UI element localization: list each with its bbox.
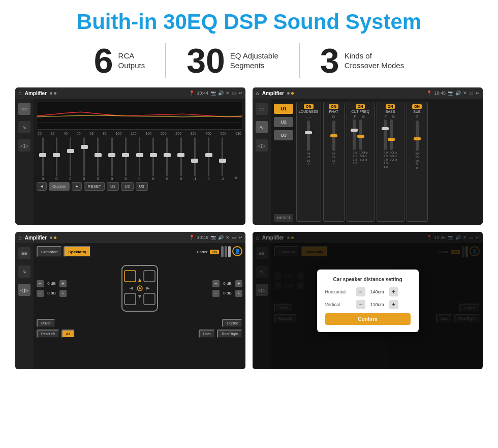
- loudness-module: ON LOUDNESS –– 48 32: [296, 102, 321, 222]
- eq-u2-button[interactable]: U2: [121, 182, 133, 191]
- sidebar-wave-icon-3[interactable]: ∿: [18, 265, 30, 278]
- amp-body: ≡≡ ∿ ◁▷ U1 U2 U3 RESET: [253, 99, 483, 225]
- sidebar-vol-icon[interactable]: ◁▷: [18, 139, 30, 152]
- horizontal-minus[interactable]: −: [356, 287, 365, 296]
- phat-on[interactable]: ON: [329, 104, 338, 109]
- eq-slider-5[interactable]: 0: [92, 137, 104, 181]
- sidebar-eq-icon-3[interactable]: ≡≡: [18, 247, 30, 259]
- copilot-btn[interactable]: Copilot: [222, 319, 242, 327]
- sidebar-wave-icon[interactable]: ∿: [18, 121, 30, 133]
- eq-slider-6[interactable]: 0: [106, 137, 118, 181]
- u2-button[interactable]: U2: [274, 117, 293, 127]
- home-icon-3[interactable]: ⌂: [18, 234, 22, 241]
- eq-slider-13[interactable]: 0: [202, 137, 214, 181]
- stats-row: 6 RCA Outputs 30 EQ Adjustable Segments …: [15, 43, 483, 78]
- confirm-button[interactable]: Confirm: [325, 313, 411, 325]
- specialty-tab[interactable]: Specialty: [64, 246, 90, 257]
- sidebar-eq-icon[interactable]: ≡≡: [18, 103, 30, 115]
- sub-slider[interactable]: [416, 121, 419, 151]
- bass-on[interactable]: ON: [386, 104, 395, 109]
- eq-slider-3[interactable]: 0: [64, 137, 76, 181]
- stat-label-crossover: Kinds of Crossover Modes: [345, 51, 404, 71]
- loudness-slider[interactable]: [307, 121, 310, 151]
- u1-button[interactable]: U1: [274, 104, 293, 114]
- user-btn[interactable]: User: [199, 330, 215, 338]
- db-row-4: − 0 dB +: [212, 290, 242, 297]
- bass-label: BASS: [386, 110, 395, 113]
- loudness-label: LOUDNESS: [299, 110, 319, 113]
- eq-slider-4[interactable]: 5: [78, 137, 90, 181]
- fader-slider-2[interactable]: [225, 246, 227, 257]
- amp-topbar: ⌂ Amplifier 📍 10:45 📷 🔊 ✕ ▭ ↩: [253, 87, 483, 99]
- slider-track-8: [139, 137, 140, 176]
- cutfreq-slider-f[interactable]: [353, 120, 356, 150]
- eq-slider-12[interactable]: -1: [189, 137, 201, 181]
- db-minus-3[interactable]: −: [212, 280, 220, 287]
- vertical-minus[interactable]: −: [356, 300, 365, 309]
- amp-main: U1 U2 U3 RESET ON LOUDNES: [271, 99, 483, 225]
- eq-reset-button[interactable]: RESET: [84, 182, 105, 191]
- bass-slider-f[interactable]: [384, 120, 387, 150]
- db-plus-1[interactable]: +: [59, 280, 67, 287]
- eq-slider-2[interactable]: 0: [50, 137, 63, 181]
- slider-track-6: [111, 137, 113, 176]
- sidebar-eq-icon-2[interactable]: ≡≡: [256, 103, 268, 115]
- eq-slider-expand[interactable]: »: [230, 137, 242, 181]
- pin-icon: 📍: [189, 91, 195, 96]
- db-minus-2[interactable]: −: [37, 290, 44, 297]
- eq-u3-button[interactable]: U3: [136, 182, 148, 191]
- db-minus-4[interactable]: −: [212, 290, 220, 297]
- eq-slider-9[interactable]: 0: [147, 137, 160, 181]
- db-minus-1[interactable]: −: [37, 280, 44, 287]
- eq-slider-1[interactable]: 0: [37, 137, 49, 181]
- camera-icon-3: 📷: [210, 235, 216, 240]
- home-icon[interactable]: ⌂: [18, 90, 22, 96]
- all-btn[interactable]: All: [61, 330, 75, 338]
- cutfreq-on[interactable]: ON: [356, 104, 365, 109]
- vertical-plus[interactable]: +: [389, 300, 398, 309]
- cutfreq-slider-g[interactable]: [359, 120, 362, 150]
- person-icon[interactable]: 👤: [232, 246, 242, 256]
- rearleft-btn[interactable]: RearLeft: [37, 330, 59, 338]
- car-diagram: [70, 260, 209, 316]
- fader-slider-3[interactable]: [228, 246, 231, 257]
- driver-btn[interactable]: Driver: [37, 319, 55, 327]
- svg-point-9: [139, 287, 141, 289]
- rearright-btn[interactable]: RearRight: [217, 330, 242, 338]
- eq-slider-10[interactable]: 0: [161, 137, 173, 181]
- db-plus-2[interactable]: +: [59, 290, 67, 297]
- phat-slider[interactable]: [332, 121, 335, 151]
- eq-u1-button[interactable]: U1: [107, 182, 119, 191]
- eq-prev-button[interactable]: ◄: [37, 182, 47, 191]
- sub-on[interactable]: ON: [412, 104, 422, 109]
- svg-marker-11: [138, 295, 141, 298]
- svg-marker-10: [138, 278, 141, 282]
- sidebar-wave-icon-2[interactable]: ∿: [256, 121, 268, 133]
- fader-slider-1[interactable]: [221, 246, 224, 257]
- eq-next-button[interactable]: ►: [72, 182, 82, 191]
- common-tab[interactable]: Common: [37, 246, 62, 257]
- bass-slider-g[interactable]: [390, 120, 393, 150]
- u3-button[interactable]: U3: [274, 130, 293, 140]
- sidebar-vol-icon-3[interactable]: ◁▷: [18, 284, 30, 296]
- sidebar-vol-icon-2[interactable]: ◁▷: [256, 139, 268, 152]
- slider-track-4: [83, 137, 85, 176]
- amp-reset-button[interactable]: RESET: [274, 214, 293, 222]
- dot5: [50, 236, 52, 239]
- eq-custom-button[interactable]: Custom: [49, 182, 70, 191]
- speaker-sidebar: ≡≡ ∿ ◁▷: [15, 243, 34, 369]
- eq-svg: [37, 102, 242, 129]
- eq-slider-14[interactable]: -1: [216, 137, 229, 181]
- loudness-on[interactable]: ON: [304, 104, 314, 109]
- eq-slider-11[interactable]: 0: [175, 137, 187, 181]
- svg-rect-5: [144, 271, 155, 282]
- db-plus-3[interactable]: +: [235, 280, 242, 287]
- db-row-2: − 0 dB +: [37, 290, 67, 297]
- db-plus-4[interactable]: +: [235, 290, 242, 297]
- eq-slider-7[interactable]: 0: [119, 137, 132, 181]
- volume-icon-3: 🔊: [218, 235, 224, 240]
- db-value-4: 0 dB: [221, 291, 234, 295]
- home-icon-2[interactable]: ⌂: [256, 90, 259, 96]
- eq-slider-8[interactable]: 0: [133, 137, 145, 181]
- horizontal-plus[interactable]: +: [389, 287, 398, 296]
